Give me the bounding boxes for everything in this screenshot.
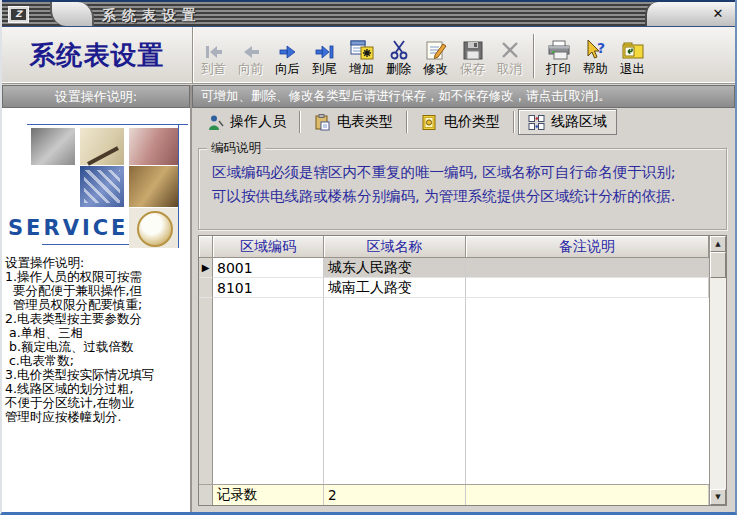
photo-pocket-watch — [129, 208, 178, 248]
exit-button[interactable]: 退出 — [614, 31, 651, 81]
service-label: SERVICE — [8, 216, 128, 240]
collage-line-right — [178, 124, 179, 248]
help-button[interactable]: ? 帮助 — [577, 31, 614, 81]
edit-icon — [424, 35, 448, 61]
table-row[interactable]: 8101 城南工人路变 — [199, 278, 709, 298]
prev-record-button: 向前 — [232, 31, 269, 81]
cancel-x-icon — [498, 35, 522, 61]
cancel-button: 取消 — [491, 31, 528, 81]
photo-tools — [129, 128, 178, 165]
cell-region-name[interactable]: 城南工人路变 — [324, 278, 466, 298]
category-tabs: 操作人员 电表类型 电价类型 线路区域 — [192, 108, 735, 136]
vertical-scrollbar[interactable]: ▲ ▼ — [709, 236, 726, 505]
price-type-book-icon — [421, 114, 438, 131]
meter-type-clipboard-icon — [314, 114, 331, 131]
cell-region-code[interactable]: 8001 — [213, 258, 324, 278]
tab-line-region[interactable]: 线路区域 — [518, 109, 617, 135]
save-floppy-icon — [461, 35, 485, 61]
region-table: 区域编码 区域名称 备注说明 ▶ 8001 城东人民路变 810 — [198, 235, 727, 506]
toolbar-row: 系统表设置 到首 向前 向后 — [2, 27, 735, 84]
page-title: 系统表设置 — [2, 27, 193, 83]
window-title: 系统表设置 — [102, 7, 202, 25]
first-record-icon — [202, 35, 226, 61]
main-panel: 可增加、删除、修改各类型后请进行保存，如不保存修改，请点击[取消]。 操作人员 … — [192, 85, 735, 512]
tab-content: 编码说明 区域编码必须是辖区内不重复的唯一编码, 区域名称可自行命名便于识别; … — [192, 136, 735, 512]
cell-region-note[interactable] — [466, 258, 709, 278]
operation-instructions: 设置操作说明: 1.操作人员的权限可按需 要分配便于兼职操作,但 管理员权限分配… — [2, 254, 190, 512]
app-window: Z 系统表设置 ✕ 系统表设置 到首 向前 — [0, 0, 737, 515]
tab-label: 电价类型 — [444, 113, 500, 131]
record-count-label: 记录数 — [213, 485, 324, 505]
sidebar-collage: SERVICE — [2, 108, 190, 254]
print-button[interactable]: 打印 — [540, 31, 577, 81]
help-cursor-icon: ? — [583, 35, 609, 61]
scrollbar-thumb[interactable] — [710, 252, 726, 278]
delete-scissors-icon — [387, 35, 411, 61]
cell-region-note[interactable] — [466, 278, 709, 298]
footer-indicator-cell — [199, 485, 213, 505]
body-row: 设置操作说明: SERVICE 设置操作说明: 1.操作人员的权限可按需 要分配… — [2, 85, 735, 512]
save-record-button: 保存 — [454, 31, 491, 81]
photo-keyboard — [80, 166, 124, 207]
db-navigator-toolbar: 到首 向前 向后 到尾 — [195, 29, 735, 82]
close-icon[interactable]: ✕ — [710, 6, 726, 22]
cell-region-code[interactable]: 8101 — [213, 278, 324, 298]
cell-region-name[interactable]: 城东人民路变 — [324, 258, 466, 278]
grid-empty-area — [199, 298, 709, 484]
scrollbar-track[interactable] — [710, 278, 726, 489]
record-count-row: 记录数 2 — [199, 484, 709, 505]
tab-separator — [299, 111, 301, 133]
tab-price-type[interactable]: 电价类型 — [411, 109, 510, 135]
titlebar-curve-divider — [50, 2, 94, 26]
last-record-button[interactable]: 到尾 — [306, 31, 343, 81]
sidebar-header: 设置操作说明: — [2, 85, 190, 108]
scroll-up-icon[interactable]: ▲ — [710, 236, 726, 252]
region-grid: 区域编码 区域名称 备注说明 ▶ 8001 城东人民路变 810 — [199, 236, 709, 505]
edit-record-button[interactable]: 修改 — [417, 31, 454, 81]
add-record-button[interactable]: 增加 — [343, 31, 380, 81]
column-header-note[interactable]: 备注说明 — [466, 236, 709, 258]
scroll-down-icon[interactable]: ▼ — [710, 489, 726, 505]
toolbar-separator — [533, 34, 535, 78]
first-record-button: 到首 — [195, 31, 232, 81]
svg-text:?: ? — [597, 40, 605, 56]
row-indicator-cell — [199, 278, 213, 298]
column-header-name[interactable]: 区域名称 — [324, 236, 466, 258]
line-region-icon — [528, 114, 545, 131]
indicator-header-cell — [199, 236, 213, 258]
tab-label: 线路区域 — [551, 113, 607, 131]
prev-record-icon — [239, 35, 263, 61]
table-row[interactable]: ▶ 8001 城东人民路变 — [199, 258, 709, 278]
photo-pen — [80, 128, 124, 165]
row-pointer-icon: ▶ — [199, 258, 213, 278]
footer-empty-cell — [466, 485, 709, 505]
grid-header-row: 区域编码 区域名称 备注说明 — [199, 236, 709, 258]
hint-bar: 可增加、删除、修改各类型后请进行保存，如不保存修改，请点击[取消]。 — [192, 85, 735, 108]
printer-icon — [546, 35, 572, 61]
exit-folder-icon — [620, 35, 646, 61]
app-logo-icon: Z — [8, 6, 29, 23]
next-record-button[interactable]: 向后 — [269, 31, 306, 81]
tab-meter-type[interactable]: 电表类型 — [304, 109, 403, 135]
last-record-icon — [313, 35, 337, 61]
tab-label: 操作人员 — [230, 113, 286, 131]
code-description-text: 区域编码必须是辖区内不重复的唯一编码, 区域名称可自行命名便于识别; 可以按供电… — [199, 149, 726, 208]
tab-operators[interactable]: 操作人员 — [197, 109, 296, 135]
title-bar: Z 系统表设置 ✕ — [2, 0, 735, 27]
groupbox-legend: 编码说明 — [207, 140, 265, 157]
photo-hand-coins — [129, 166, 178, 207]
next-record-icon — [276, 35, 300, 61]
code-description-groupbox: 编码说明 区域编码必须是辖区内不重复的唯一编码, 区域名称可自行命名便于识别; … — [198, 148, 727, 230]
delete-record-button[interactable]: 删除 — [380, 31, 417, 81]
add-record-icon — [349, 35, 375, 61]
photo-telephone — [31, 128, 75, 165]
record-count-value: 2 — [324, 485, 466, 505]
sidebar: 设置操作说明: SERVICE 设置操作说明: 1.操作人员的权限可按需 要分配… — [2, 85, 192, 512]
tab-label: 电表类型 — [337, 113, 393, 131]
operator-person-icon — [207, 114, 224, 131]
column-header-code[interactable]: 区域编码 — [213, 236, 324, 258]
collage-line-top — [27, 124, 188, 125]
tab-separator — [513, 111, 515, 133]
tab-separator — [406, 111, 408, 133]
